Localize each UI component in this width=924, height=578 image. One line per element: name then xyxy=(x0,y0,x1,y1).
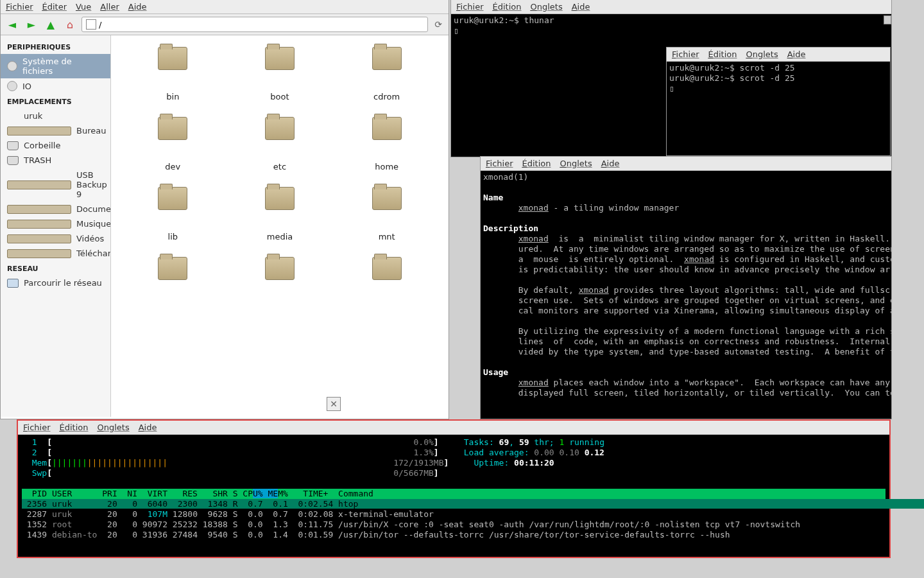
folder-label: bin xyxy=(166,92,179,101)
menu-file[interactable]: Fichier xyxy=(486,159,513,168)
sidebar-item[interactable]: Documents xyxy=(1,202,110,216)
terminal-htop[interactable]: Fichier Édition Onglets Aide 1 [ 0.0%] T… xyxy=(17,419,891,558)
menu-file[interactable]: Fichier xyxy=(23,423,51,432)
folder-item[interactable]: lib xyxy=(141,187,205,241)
back-button[interactable]: ◄ xyxy=(4,17,20,32)
forward-button[interactable]: ► xyxy=(24,17,39,32)
folder-item[interactable]: dev xyxy=(141,117,205,171)
folder-icon-view[interactable]: binbootcdromdevetchomelibmediamnt xyxy=(111,35,449,417)
menu-go[interactable]: Aller xyxy=(100,2,119,12)
sidebar-item-label: Musique xyxy=(76,219,111,229)
term3-menubar: Fichier Édition Onglets Aide xyxy=(481,157,891,171)
menu-file[interactable]: Fichier xyxy=(672,49,699,59)
sidebar-item[interactable]: Parcourir le réseau xyxy=(1,276,110,290)
disk-icon xyxy=(7,61,17,71)
menu-edit[interactable]: Édition xyxy=(493,2,522,12)
sidebar-item[interactable]: Bureau xyxy=(1,123,110,138)
folder-icon xyxy=(158,47,187,70)
menu-file[interactable]: Fichier xyxy=(456,2,484,12)
folder-icon xyxy=(7,234,71,243)
sidebar-item-label: Corbeille xyxy=(24,141,60,150)
folder-item[interactable]: media xyxy=(248,187,312,241)
terminal-1-body[interactable]: uruk@uruk2:~$ thunar ▯ xyxy=(451,14,891,37)
sidebar-item[interactable]: uruk xyxy=(1,109,110,123)
trash-icon xyxy=(7,141,19,150)
sidebar-item[interactable]: Musique xyxy=(1,216,110,231)
terminal-2-body[interactable]: uruk@uruk2:~$ scrot -d 25 uruk@uruk2:~$ … xyxy=(667,62,890,95)
menu-tabs[interactable]: Onglets xyxy=(746,49,778,59)
folder-icon xyxy=(265,257,295,280)
sidebar-places-header: EMPLACEMENTS xyxy=(1,94,110,109)
folder-icon xyxy=(158,187,187,210)
htop-menubar: Fichier Édition Onglets Aide xyxy=(18,421,889,435)
terminal-3-manpage[interactable]: Fichier Édition Onglets Aide xmonad(1) x… xyxy=(480,156,892,419)
folder-label: lib xyxy=(168,232,178,241)
folder-icon xyxy=(7,180,71,189)
menu-help[interactable]: Aide xyxy=(787,49,806,59)
folder-icon xyxy=(158,257,187,280)
terminal-2[interactable]: Fichier Édition Onglets Aide uruk@uruk2:… xyxy=(666,47,891,156)
sidebar-network-header: RESEAU xyxy=(1,261,110,276)
folder-item[interactable]: cdrom xyxy=(355,47,419,101)
folder-item[interactable]: mnt xyxy=(355,187,419,241)
sidebar-item-label: Vidéos xyxy=(76,234,104,243)
fm-menubar: Fichier Éditer Vue Aller Aide xyxy=(1,0,449,14)
menu-edit[interactable]: Édition xyxy=(60,423,89,432)
file-manager-window: Fichier Éditer Vue Aller Aide ◄ ► ▲ ⌂ / … xyxy=(0,0,449,419)
menu-edit[interactable]: Éditer xyxy=(42,2,67,12)
menu-help[interactable]: Aide xyxy=(572,2,590,12)
menu-file[interactable]: Fichier xyxy=(6,2,33,12)
folder-label: dev xyxy=(165,162,180,171)
folder-item[interactable] xyxy=(248,257,312,302)
net-icon xyxy=(7,279,19,288)
sidebar-devices-header: PERIPHERIQUES xyxy=(1,39,110,54)
sidebar-item[interactable]: Vidéos xyxy=(1,231,110,246)
menu-help[interactable]: Aide xyxy=(139,423,157,432)
menu-help[interactable]: Aide xyxy=(128,2,147,12)
menu-tabs[interactable]: Onglets xyxy=(560,159,592,168)
menu-view[interactable]: Vue xyxy=(76,2,91,12)
folder-item[interactable] xyxy=(355,257,419,302)
menu-edit[interactable]: Édition xyxy=(522,159,551,168)
sidebar-item-label: Parcourir le réseau xyxy=(24,278,102,288)
home-button[interactable]: ⌂ xyxy=(62,17,78,32)
trash-icon xyxy=(7,156,19,165)
menu-tabs[interactable]: Onglets xyxy=(530,2,562,12)
sidebar-item-label: uruk xyxy=(24,111,42,121)
folder-label: media xyxy=(267,232,293,241)
sidebar-item-label: Documents xyxy=(76,204,111,214)
sidebar-item-label: USB Backup 9 xyxy=(76,170,107,199)
folder-icon xyxy=(7,205,71,214)
sidebar-item-label: TRASH xyxy=(24,155,51,165)
up-button[interactable]: ▲ xyxy=(43,17,58,32)
term2-menubar: Fichier Édition Onglets Aide xyxy=(667,48,890,62)
terminal-3-body[interactable]: xmonad(1) xmo Name xmonad - a tiling win… xyxy=(481,171,891,399)
refresh-button[interactable]: ⟳ xyxy=(432,18,445,31)
menu-edit[interactable]: Édition xyxy=(708,49,737,59)
folder-item[interactable]: etc xyxy=(248,117,312,171)
location-bar[interactable]: / xyxy=(81,17,428,32)
htop-body[interactable]: 1 [ 0.0%] Tasks: 69, 59 thr; 1 running 2… xyxy=(18,435,889,543)
folder-item[interactable] xyxy=(141,257,205,302)
close-icon[interactable]: ✕ xyxy=(327,397,341,411)
sidebar-item[interactable]: Corbeille xyxy=(1,138,110,153)
sidebar-item-label: Bureau xyxy=(76,126,106,136)
sidebar-item[interactable]: USB Backup 9 xyxy=(1,168,110,202)
disk-icon xyxy=(7,81,17,91)
folder-label: cdrom xyxy=(373,92,400,101)
folder-item[interactable]: boot xyxy=(248,47,312,101)
folder-icon xyxy=(158,117,187,140)
location-text: / xyxy=(99,20,101,30)
menu-help[interactable]: Aide xyxy=(601,159,620,168)
folder-icon xyxy=(265,117,295,140)
sidebar-item[interactable]: IO xyxy=(1,78,110,94)
menu-tabs[interactable]: Onglets xyxy=(97,423,129,432)
folder-icon xyxy=(372,47,402,70)
folder-item[interactable]: home xyxy=(355,117,419,171)
fm-toolbar: ◄ ► ▲ ⌂ / ⟳ xyxy=(1,14,449,35)
sidebar-item[interactable]: Téléchargements xyxy=(1,246,110,261)
folder-item[interactable]: bin xyxy=(141,47,205,101)
sidebar-item[interactable]: TRASH xyxy=(1,153,110,168)
sidebar-item[interactable]: Système de fichiers xyxy=(1,54,110,78)
scrollbar[interactable] xyxy=(884,15,891,24)
